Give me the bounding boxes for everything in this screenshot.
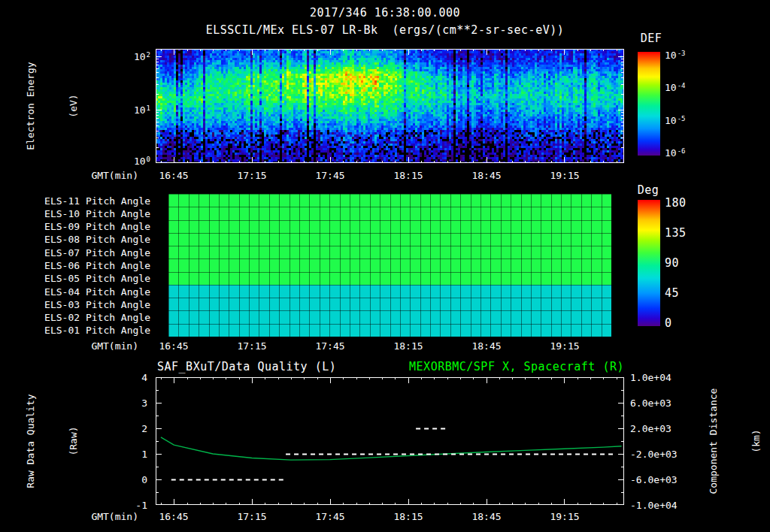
y-axis-label-line: (Raw): [66, 351, 80, 531]
log-base: 10: [665, 147, 677, 159]
pitch-row-label: ELS-05 Pitch Angle: [44, 273, 150, 284]
panel3-left-title: SAF_BXuT/Data Quality (L): [157, 360, 336, 373]
time-tick-label: 17:45: [315, 170, 344, 181]
time-tick-label: 18:15: [393, 340, 423, 352]
deg-colorbar-title: Deg: [638, 183, 659, 197]
log-exponent: 1: [147, 104, 150, 112]
distance-tick-label: 2.0e+03: [630, 423, 671, 434]
time-tick-label: 19:15: [550, 170, 579, 181]
quality-tick-label: -1: [135, 500, 147, 511]
time-tick-label: 18:15: [393, 170, 423, 181]
quality-tick-label: 3: [141, 397, 147, 409]
deg-tick-label: 45: [665, 286, 679, 300]
energy-axis-tick: 100: [134, 156, 150, 167]
energy-axis-tick: 101: [134, 104, 150, 116]
pitch-angle-panel: [156, 194, 624, 337]
energy-axis-tick: 102: [134, 51, 150, 62]
def-colorbar-title: DEF: [641, 32, 662, 45]
time-tick-label: 17:45: [315, 340, 344, 352]
gmt-axis-label: GMT(min): [91, 170, 138, 181]
def-tick-label: 10-4: [665, 82, 686, 93]
pitch-row-label: ELS-10 Pitch Angle: [44, 208, 150, 219]
def-colorbar-gradient: [638, 52, 660, 156]
log-exponent: -4: [678, 82, 686, 89]
time-tick-label: 17:15: [237, 340, 266, 352]
time-tick-label: 18:15: [393, 511, 423, 522]
time-tick-label: 17:15: [237, 170, 266, 181]
deg-tick-label: 90: [665, 256, 679, 270]
quality-distance-plot: [156, 377, 624, 505]
log-exponent: -5: [678, 115, 686, 122]
panel3-left-axis-label: Raw Data Quality (Raw): [0, 351, 109, 531]
deg-tick-label: 0: [665, 316, 672, 330]
log-exponent: 2: [147, 51, 150, 59]
pitch-row-label: ELS-11 Pitch Angle: [44, 195, 150, 207]
time-tick-label: 16:45: [159, 511, 188, 522]
log-base: 10: [134, 156, 146, 167]
time-tick-label: 18:45: [471, 340, 501, 352]
y-axis-label-line: Electron Energy: [23, 16, 38, 196]
distance-tick-label: -1.0e+04: [630, 500, 678, 511]
gmt-axis-label: GMT(min): [91, 511, 138, 522]
def-tick-label: 10-3: [665, 50, 686, 61]
log-base: 10: [665, 50, 677, 61]
distance-tick-label: -2.0e+03: [630, 449, 678, 460]
quality-tick-label: 2: [141, 423, 147, 434]
pitch-row-label: ELS-04 Pitch Angle: [44, 286, 150, 298]
y-axis-label-line: (eV): [66, 16, 80, 196]
panel3-right-title: MEXORBMC/SPF X, Spacecraft (R): [409, 360, 624, 373]
time-tick-label: 19:15: [550, 511, 579, 522]
distance-tick-label: 6.0e+03: [630, 397, 671, 409]
def-tick-label: 10-6: [665, 147, 686, 159]
pitch-row-label: ELS-08 Pitch Angle: [44, 234, 150, 245]
plot-subtitle: ELSSCIL/MEx ELS-07 LR-Bk (ergs/(cm**2-sr…: [206, 23, 565, 37]
pitch-row-label: ELS-06 Pitch Angle: [44, 260, 150, 271]
log-base: 10: [665, 115, 677, 126]
pitch-row-label: ELS-03 Pitch Angle: [44, 299, 150, 310]
deg-tick-label: 135: [665, 226, 687, 240]
plot-page: 2017/346 16:38:00.000 ELSSCIL/MEx ELS-07…: [0, 0, 770, 532]
quality-tick-label: 1: [141, 449, 147, 460]
log-base: 10: [134, 104, 146, 116]
page-title: 2017/346 16:38:00.000: [310, 6, 460, 20]
deg-tick-label: 180: [665, 196, 687, 210]
log-base: 10: [134, 51, 146, 62]
time-tick-label: 17:45: [315, 511, 344, 522]
time-tick-label: 19:15: [550, 340, 579, 352]
gmt-axis-label: GMT(min): [91, 340, 138, 352]
pitch-row-label: ELS-01 Pitch Angle: [44, 325, 150, 336]
pitch-row-label: ELS-09 Pitch Angle: [44, 221, 150, 232]
time-tick-label: 17:15: [237, 511, 266, 522]
y-axis-label-line: Component Distance: [706, 351, 720, 531]
def-tick-label: 10-5: [665, 115, 686, 126]
quality-tick-label: 4: [141, 372, 147, 383]
time-tick-label: 16:45: [159, 170, 188, 181]
log-base: 10: [665, 82, 677, 93]
y-axis-label-line: (km): [749, 351, 763, 531]
deg-colorbar-gradient: [638, 200, 660, 326]
time-tick-label: 16:45: [159, 340, 188, 352]
electron-energy-spectrogram: [156, 49, 624, 163]
time-tick-label: 18:45: [471, 511, 501, 522]
time-tick-label: 18:45: [471, 170, 501, 181]
quality-tick-label: 0: [141, 474, 147, 485]
pitch-row-label: ELS-07 Pitch Angle: [44, 247, 150, 258]
panel3-right-axis-label: Component Distance (km): [678, 351, 770, 531]
distance-tick-label: -6.0e+03: [630, 474, 678, 485]
log-exponent: -3: [678, 50, 686, 57]
log-exponent: 0: [147, 156, 150, 163]
log-exponent: -6: [678, 147, 686, 155]
distance-tick-label: 1.0e+04: [630, 372, 671, 383]
pitch-row-label: ELS-02 Pitch Angle: [44, 312, 150, 323]
y-axis-label-line: Raw Data Quality: [23, 351, 38, 531]
